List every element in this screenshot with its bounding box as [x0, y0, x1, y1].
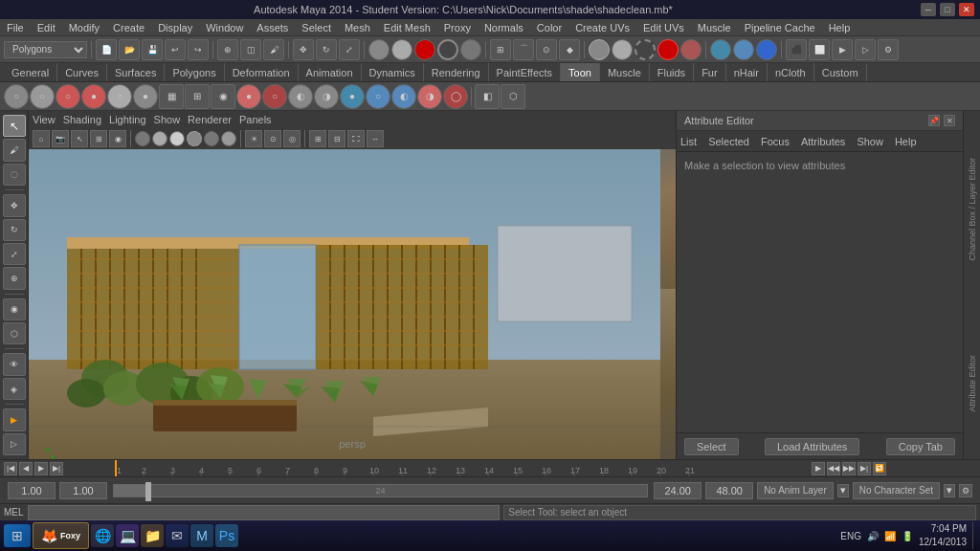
snap-live-button[interactable]: ◆ — [559, 39, 580, 60]
attr-tab-show[interactable]: Show — [857, 136, 883, 147]
vp-fullscreen-button[interactable]: ⛶ — [347, 130, 365, 147]
menu-proxy[interactable]: Proxy — [441, 22, 474, 33]
tab-general[interactable]: General — [4, 63, 57, 81]
tl-loop-button[interactable]: 🔁 — [873, 462, 886, 475]
shelf-icon-15[interactable]: ○ — [366, 84, 390, 109]
rendermode1-button[interactable] — [710, 39, 731, 60]
vp-grid-button[interactable]: ⊞ — [309, 130, 326, 147]
show-desktop-button[interactable] — [972, 522, 976, 549]
shelf-icon-12[interactable]: ◐ — [288, 84, 313, 109]
menu-create[interactable]: Create — [110, 22, 147, 33]
attr-load-button[interactable]: Load Attributes — [765, 438, 859, 455]
network-icon[interactable]: 📶 — [884, 531, 896, 541]
vp-light2-button[interactable]: ⊙ — [264, 130, 281, 147]
channel-box-label[interactable]: Channel Box / Layer Editor — [968, 158, 977, 261]
tab-dynamics[interactable]: Dynamics — [362, 63, 424, 81]
viewport-menu-shading[interactable]: Shading — [63, 114, 101, 125]
paint-select-button[interactable]: 🖌 — [263, 39, 284, 60]
tab-deformation[interactable]: Deformation — [225, 63, 299, 81]
snap-grid-button[interactable]: ⊞ — [490, 39, 511, 60]
smooth3-button[interactable] — [635, 39, 656, 60]
shelf-icon-11[interactable]: ○ — [262, 84, 287, 109]
viewport-menu-panels[interactable]: Panels — [239, 114, 272, 125]
polygon-mode-dropdown[interactable]: Polygons Objects Components — [4, 41, 87, 58]
snap-point-button[interactable]: ⊙ — [536, 39, 557, 60]
menu-edit[interactable]: Edit — [34, 22, 58, 33]
minimize-button[interactable]: ─ — [921, 3, 936, 16]
shelf-icon-9[interactable]: ◉ — [211, 84, 235, 109]
attr-tab-attributes[interactable]: Attributes — [801, 136, 845, 147]
shelf-icon-8[interactable]: ⊞ — [185, 84, 210, 109]
move-left-button[interactable]: ✥ — [3, 194, 26, 216]
select-arrow-button[interactable]: ↖ — [3, 115, 26, 137]
rotate-left-button[interactable]: ↻ — [3, 219, 26, 241]
vp-light1-button[interactable]: ☀ — [245, 130, 262, 147]
tab-toon[interactable]: Toon — [561, 63, 600, 81]
menu-edit-mesh[interactable]: Edit Mesh — [381, 22, 434, 33]
render-left-button[interactable]: ▶ — [3, 408, 26, 430]
vp-shade4-button[interactable] — [204, 131, 219, 146]
tool1-button[interactable]: ⬛ — [786, 39, 807, 60]
ipr-render-button[interactable]: ▷ — [855, 39, 876, 60]
menu-mesh[interactable]: Mesh — [342, 22, 373, 33]
vp-home-button[interactable]: ⌂ — [33, 130, 50, 147]
shelf-icon-5[interactable]: ○ — [107, 84, 132, 109]
menu-muscle[interactable]: Muscle — [695, 22, 734, 33]
smooth5-button[interactable] — [680, 39, 702, 60]
attr-tab-focus[interactable]: Focus — [761, 136, 790, 147]
taskbar-mail-button[interactable]: ✉ — [166, 524, 189, 547]
tab-surfaces[interactable]: Surfaces — [107, 63, 165, 81]
render-scene-button[interactable]: ▶ — [832, 39, 853, 60]
shelf-icon-1[interactable]: ○ — [4, 84, 29, 109]
timeline-play-button[interactable]: ▶ — [34, 462, 48, 475]
tab-custom[interactable]: Custom — [814, 63, 867, 81]
viewport-menu-renderer[interactable]: Renderer — [188, 114, 232, 125]
tab-polygons[interactable]: Polygons — [165, 63, 224, 81]
shelf-icon-18[interactable]: ◯ — [443, 84, 468, 109]
shelf-icon-16[interactable]: ◐ — [391, 84, 416, 109]
vp-wire-button[interactable] — [135, 131, 150, 146]
tab-curves[interactable]: Curves — [57, 63, 107, 81]
menu-display[interactable]: Display — [155, 22, 195, 33]
tab-fluids[interactable]: Fluids — [650, 63, 694, 81]
redo-button[interactable]: ↪ — [188, 39, 209, 60]
tab-fur[interactable]: Fur — [694, 63, 726, 81]
rendermode3-button[interactable] — [756, 39, 777, 60]
vp-shade-button[interactable] — [152, 131, 167, 146]
taskbar-maya-button[interactable]: M — [190, 524, 213, 547]
tab-muscle[interactable]: Muscle — [600, 63, 650, 81]
attr-editor-close-button[interactable]: ✕ — [944, 115, 955, 126]
tl-play-bwd-button[interactable]: ◀◀ — [827, 462, 840, 475]
move-tool-button[interactable]: ✥ — [293, 39, 314, 60]
vp-shade2-button[interactable] — [169, 131, 185, 146]
attribute-editor-label[interactable]: Attribute Editor — [968, 355, 977, 412]
vp-layout-button[interactable]: ⊞ — [90, 130, 107, 147]
taskbar-ie-button[interactable]: 🌐 — [91, 524, 114, 547]
taskbar-vs-button[interactable]: 💻 — [116, 524, 139, 547]
shelf-icon-14[interactable]: ● — [340, 84, 365, 109]
shelf-icon-19[interactable]: ◧ — [475, 84, 500, 109]
vp-snap-button[interactable]: ◉ — [109, 130, 126, 147]
vp-camera-button[interactable]: 📷 — [52, 130, 69, 147]
scale-left-button[interactable]: ⤢ — [3, 243, 26, 265]
tab-painteffects[interactable]: PaintEffects — [489, 63, 562, 81]
rotate-tool-button[interactable]: ↻ — [316, 39, 337, 60]
ipr-left-button[interactable]: ▷ — [3, 433, 26, 455]
timeline-next-button[interactable]: ▶| — [50, 462, 63, 475]
tab-ncloth[interactable]: nCloth — [768, 63, 814, 81]
time-range-thumb[interactable] — [145, 482, 151, 501]
taskbar-explorer-button[interactable]: 📁 — [141, 524, 164, 547]
char-set-dropdown-button[interactable]: ▾ — [944, 484, 955, 497]
menu-file[interactable]: File — [4, 22, 27, 33]
new-scene-button[interactable]: 📄 — [96, 39, 117, 60]
smooth1-button[interactable] — [589, 39, 610, 60]
timeline-prev-button[interactable]: ◀ — [19, 462, 33, 475]
lasso-tool-button[interactable]: ◫ — [240, 39, 261, 60]
show-hide-button[interactable]: 👁 — [3, 353, 26, 375]
paint-tool-button[interactable]: 🖌 — [3, 139, 26, 161]
viewport-menu-view[interactable]: View — [33, 114, 56, 125]
start-button[interactable]: ⊞ — [4, 524, 31, 547]
timeline-start-button[interactable]: |◀ — [4, 462, 17, 475]
sculpt-button[interactable]: ⬡ — [3, 322, 26, 344]
universal-manip-button[interactable]: ⊕ — [3, 267, 26, 289]
